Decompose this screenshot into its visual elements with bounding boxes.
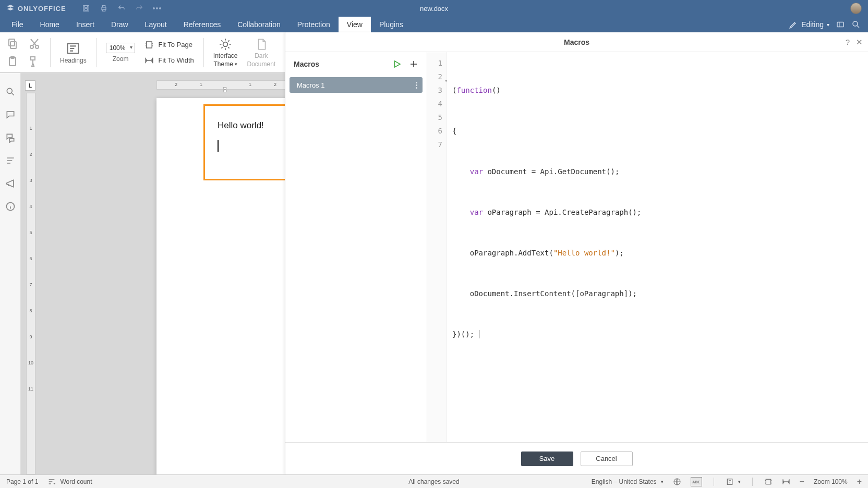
svg-rect-2 <box>102 7 106 10</box>
tab-protection[interactable]: Protection <box>289 17 339 32</box>
tab-layout[interactable]: Layout <box>137 17 175 32</box>
headings-nav-icon[interactable] <box>5 155 16 166</box>
chevron-down-icon: ▾ <box>738 479 741 484</box>
zoom-group: 100% Zoom <box>106 43 136 63</box>
copy-icon[interactable] <box>6 38 19 50</box>
comments-icon[interactable] <box>5 109 16 120</box>
fit-width-status-icon[interactable] <box>782 478 790 486</box>
text-cursor <box>218 140 219 152</box>
title-bar: ONLYOFFICE ••• new.docx <box>0 0 868 17</box>
svg-point-4 <box>853 21 858 26</box>
interface-theme-button[interactable]: Interface Theme▾ <box>213 38 238 68</box>
navigation-button[interactable]: Headings <box>60 41 87 64</box>
track-changes-icon <box>726 478 734 486</box>
fit-width-icon <box>144 56 154 65</box>
macros-panel-title: Macros <box>564 38 589 46</box>
redo-icon[interactable] <box>135 4 143 13</box>
tab-draw[interactable]: Draw <box>103 17 137 32</box>
macros-footer: Save Cancel <box>285 442 868 474</box>
cut-icon[interactable] <box>28 38 41 50</box>
svg-rect-1 <box>85 9 87 10</box>
vertical-ruler[interactable]: 1 2 3 4 5 6 7 8 9 10 11 <box>26 93 35 474</box>
search-icon[interactable] <box>851 20 861 29</box>
ruler-corner[interactable]: L <box>25 80 35 91</box>
menubar-right: Editing ▾ <box>789 17 868 32</box>
print-icon[interactable] <box>100 4 108 13</box>
sun-icon <box>219 38 232 51</box>
macro-item-menu-icon[interactable] <box>416 82 417 89</box>
macros-panel: Macros ? ✕ Macros Macros 1 1 2▾ 3 <box>285 32 868 474</box>
svg-point-14 <box>7 88 12 93</box>
app-logo: ONLYOFFICE <box>6 4 66 13</box>
svg-rect-6 <box>9 39 15 46</box>
chevron-down-icon: ▾ <box>661 479 664 484</box>
save-icon[interactable] <box>82 4 90 13</box>
word-count-button[interactable]: Word count <box>47 478 92 486</box>
qat-more-icon[interactable]: ••• <box>153 4 162 13</box>
tab-home[interactable]: Home <box>32 17 68 32</box>
fold-icon[interactable]: ▾ <box>445 74 448 88</box>
fit-page-icon <box>144 40 154 50</box>
add-macro-icon[interactable] <box>409 59 418 69</box>
format-painter-icon[interactable] <box>28 55 41 68</box>
chat-icon[interactable] <box>5 132 16 143</box>
editing-mode-selector[interactable]: Editing ▾ <box>789 20 829 29</box>
fit-page-status-icon[interactable] <box>764 478 773 486</box>
save-status: All changes saved <box>408 478 459 485</box>
chevron-down-icon: ▾ <box>827 22 829 28</box>
tab-view[interactable]: View <box>339 17 371 32</box>
help-icon[interactable]: ? <box>846 38 850 47</box>
tab-file[interactable]: File <box>3 17 32 32</box>
pencil-icon <box>789 20 798 29</box>
menu-bar: File Home Insert Draw Layout References … <box>0 17 868 32</box>
set-doc-language-icon[interactable] <box>673 478 681 486</box>
language-selector[interactable]: English – United States ▾ <box>592 478 664 485</box>
fit-to-page-button[interactable]: Fit To Page <box>144 40 194 50</box>
document-icon <box>255 38 268 51</box>
svg-point-9 <box>30 45 33 48</box>
spellcheck-icon[interactable]: ᴀʙᴄ <box>691 477 702 486</box>
page-indicator[interactable]: Page 1 of 1 <box>6 478 38 485</box>
save-button[interactable]: Save <box>521 452 573 466</box>
track-changes-button[interactable]: ▾ <box>726 478 741 486</box>
left-sidebar <box>0 73 21 474</box>
search-icon[interactable] <box>5 87 16 97</box>
tab-collaboration[interactable]: Collaboration <box>229 17 289 32</box>
open-location-icon[interactable] <box>836 20 845 29</box>
zoom-select[interactable]: 100% <box>106 43 136 53</box>
close-icon[interactable]: ✕ <box>856 38 863 47</box>
zoom-level[interactable]: Zoom 100% <box>814 478 848 485</box>
about-icon[interactable] <box>5 201 16 212</box>
undo-icon[interactable] <box>117 4 126 13</box>
paragraph-text: Hello world! <box>218 120 293 131</box>
code-gutter: 1 2▾ 3 4 5 6 7 <box>427 52 447 442</box>
tab-plugins[interactable]: Plugins <box>371 17 412 32</box>
svg-rect-5 <box>10 42 16 48</box>
code-content[interactable]: (function() { var oDocument = Api.GetDoc… <box>447 52 868 442</box>
macro-list-item[interactable]: Macros 1 <box>290 77 423 93</box>
dark-document-button: Dark Document <box>247 38 276 68</box>
indent-marker-icon[interactable] <box>222 87 228 92</box>
run-macro-icon[interactable] <box>392 59 402 69</box>
zoom-label: Zoom <box>113 55 129 63</box>
zoom-in-button[interactable]: + <box>857 477 862 486</box>
svg-rect-12 <box>147 42 152 48</box>
svg-point-13 <box>223 42 228 46</box>
cancel-button[interactable]: Cancel <box>581 452 633 466</box>
tab-insert[interactable]: Insert <box>68 17 103 32</box>
code-editor[interactable]: 1 2▾ 3 4 5 6 7 (function() { var oDocume… <box>427 52 868 442</box>
clipboard-group <box>6 38 19 68</box>
svg-rect-18 <box>766 479 770 484</box>
fit-to-width-button[interactable]: Fit To Width <box>144 56 194 65</box>
word-count-icon <box>47 478 56 486</box>
user-avatar[interactable] <box>850 3 862 14</box>
zoom-out-button[interactable]: − <box>800 477 804 486</box>
chevron-down-icon: ▾ <box>235 62 237 67</box>
paste-icon[interactable] <box>6 55 19 68</box>
document-title: new.docx <box>420 5 448 13</box>
tab-references[interactable]: References <box>175 17 230 32</box>
feedback-icon[interactable] <box>5 178 16 189</box>
cut-group <box>28 38 41 68</box>
status-bar: Page 1 of 1 Word count All changes saved… <box>0 474 868 488</box>
svg-rect-3 <box>837 22 843 27</box>
